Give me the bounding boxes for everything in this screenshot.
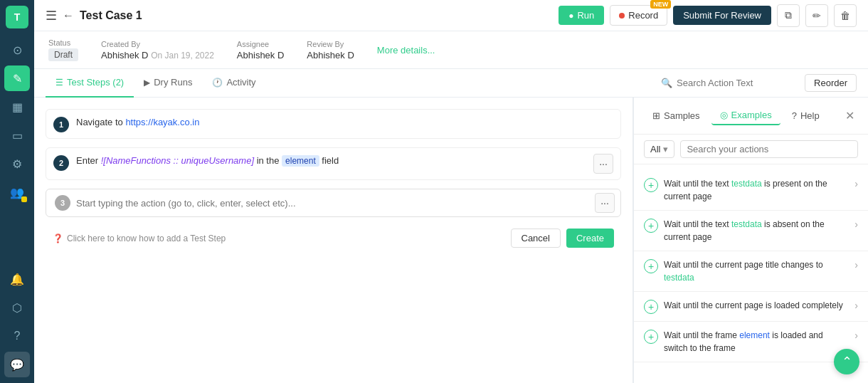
search-action-input[interactable] xyxy=(677,78,796,88)
delete-button[interactable]: 🗑 xyxy=(834,4,857,27)
sidebar: T ⊙ ✎ ▦ ▭ ⚙ 👥 🔔 ⬡ ? 💬 xyxy=(0,0,34,383)
run-button[interactable]: ● Run xyxy=(559,6,604,25)
action-item-text: Wait until the frame element is loaded a… xyxy=(664,329,849,355)
examples-icon: ◎ xyxy=(720,110,728,120)
action-item-text: Wait until the text testdata is present … xyxy=(664,177,849,203)
reorder-button[interactable]: Reorder xyxy=(805,74,857,92)
cancel-button[interactable]: Cancel xyxy=(511,229,561,248)
chevron-right-icon: › xyxy=(854,259,858,271)
search-your-actions-input[interactable] xyxy=(687,144,852,154)
filter-dropdown[interactable]: All ▾ xyxy=(644,140,674,158)
action-item[interactable]: + Wait until the current page title chan… xyxy=(634,251,868,292)
meta-row: Status Draft Created By Abhishek D On Ja… xyxy=(34,31,868,69)
clock-icon: 🕐 xyxy=(212,78,223,88)
step-number-3: 3 xyxy=(55,195,70,211)
right-panel: ⊞ Samples ◎ Examples ? Help ✕ All ▾ xyxy=(633,98,868,383)
record-badge: NEW xyxy=(650,0,671,9)
help-icon: ? xyxy=(14,330,21,342)
tab-dry-runs[interactable]: ▶ Dry Runs xyxy=(134,69,202,98)
help-link[interactable]: ❓ Click here to know how to add a Test S… xyxy=(53,234,226,243)
action-item-text: Wait until the current page is loaded co… xyxy=(664,299,849,312)
submit-for-review-button[interactable]: Submit For Review xyxy=(673,6,771,25)
tab-activity[interactable]: 🕐 Activity xyxy=(202,69,265,98)
step-2-function: ![NameFunctions :: uniqueUsername] xyxy=(101,155,254,166)
dashboard-icon: ⊙ xyxy=(13,43,22,57)
create-button[interactable]: Create xyxy=(566,229,614,248)
actions-list: + Wait until the text testdata is presen… xyxy=(634,164,868,383)
add-action-icon: + xyxy=(644,219,658,233)
chevron-right-icon: › xyxy=(854,300,858,311)
sidebar-item-team[interactable]: 👥 xyxy=(4,179,30,205)
filter-row: All ▾ xyxy=(634,135,868,164)
review-by-label: Review By xyxy=(307,40,354,48)
sidebar-item-notifications[interactable]: 🔔 xyxy=(4,266,30,292)
search-icon: 🔍 xyxy=(661,78,672,88)
chevron-right-icon: › xyxy=(854,330,858,341)
action-item-text: Wait until the text testdata is absent o… xyxy=(664,218,849,243)
step-input-container: 3 ··· xyxy=(46,189,621,217)
chevron-right-icon: › xyxy=(854,219,858,230)
menu-icon[interactable]: ☰ xyxy=(46,8,57,23)
action-item-text: Wait until the current page title change… xyxy=(664,258,849,284)
record-dot-icon xyxy=(619,13,625,19)
copy-button[interactable]: ⧉ xyxy=(777,4,800,27)
panel-tab-help[interactable]: ? Help xyxy=(783,107,828,125)
sidebar-item-integrations[interactable]: ⬡ xyxy=(4,295,30,320)
sidebar-item-edit[interactable]: ✎ xyxy=(4,65,30,91)
add-action-icon: + xyxy=(644,259,658,273)
step-3-more-button[interactable]: ··· xyxy=(595,193,615,213)
sidebar-item-settings[interactable]: ⚙ xyxy=(4,151,30,177)
steps-area: 1 Navigate to https://kayak.co.in 2 Ente… xyxy=(34,98,633,383)
tab-test-steps[interactable]: ☰ Test Steps (2) xyxy=(46,69,134,98)
created-by-label: Created By xyxy=(101,40,214,48)
more-details-link[interactable]: More details... xyxy=(377,45,435,56)
assignee-meta: Assignee Abhishek D xyxy=(237,40,284,61)
step-row: 2 Enter ![NameFunctions :: uniqueUsernam… xyxy=(46,147,621,180)
tabs-row: ☰ Test Steps (2) ▶ Dry Runs 🕐 Activity 🔍… xyxy=(34,69,868,98)
help-actions: Cancel Create xyxy=(511,229,615,248)
back-icon[interactable]: ← xyxy=(63,9,74,22)
gear-icon: ⚙ xyxy=(12,157,22,171)
topbar: ☰ ← Test Case 1 ● Run Record NEW Submit … xyxy=(34,0,868,31)
record-button[interactable]: Record NEW xyxy=(610,5,667,26)
step-1-url: https://kayak.co.in xyxy=(125,117,199,127)
action-item[interactable]: + Wait until the frame element is loaded… xyxy=(634,322,868,362)
sidebar-item-chat[interactable]: 💬 xyxy=(4,352,30,377)
sidebar-item-monitor[interactable]: ▭ xyxy=(4,122,30,148)
action-item[interactable]: + Wait until the text testdata is absent… xyxy=(634,211,868,251)
action-item[interactable]: + Wait until the text testdata is presen… xyxy=(634,170,868,211)
expand-icon: ⌃ xyxy=(842,354,852,369)
edit-icon: ✎ xyxy=(13,72,22,85)
action-item[interactable]: + Wait until the current page is loaded … xyxy=(634,292,868,322)
sidebar-item-projects[interactable]: ▦ xyxy=(4,94,30,120)
add-action-icon: + xyxy=(644,300,658,314)
grid-icon: ▦ xyxy=(12,100,23,114)
created-by-value: Abhishek D On Jan 19, 2022 xyxy=(101,50,214,61)
step-3-input[interactable] xyxy=(76,191,595,216)
main-content: ☰ ← Test Case 1 ● Run Record NEW Submit … xyxy=(34,0,868,383)
step-1-content: Navigate to https://kayak.co.in xyxy=(76,115,613,130)
sidebar-item-dashboard[interactable]: ⊙ xyxy=(4,37,30,63)
panel-close-button[interactable]: ✕ xyxy=(841,107,858,125)
help-row: ❓ Click here to know how to add a Test S… xyxy=(46,223,621,253)
panel-float-button[interactable]: ⌃ xyxy=(834,349,859,374)
add-action-icon: + xyxy=(644,330,658,344)
step-2-more-button[interactable]: ··· xyxy=(593,154,613,174)
body-split: 1 Navigate to https://kayak.co.in 2 Ente… xyxy=(34,98,868,383)
assignee-label: Assignee xyxy=(237,40,284,48)
app-logo: T xyxy=(6,6,28,28)
team-icon: 👥 xyxy=(10,186,24,199)
edit-button[interactable]: ✏ xyxy=(805,4,828,27)
copy-icon: ⧉ xyxy=(785,9,792,21)
bell-icon: 🔔 xyxy=(10,273,24,286)
panel-tab-examples[interactable]: ◎ Examples xyxy=(711,106,780,125)
sidebar-item-help[interactable]: ? xyxy=(4,323,30,349)
review-by-meta: Review By Abhishek D xyxy=(307,40,354,61)
step-number-1: 1 xyxy=(53,117,69,132)
status-label: Status xyxy=(48,38,78,47)
status-badge: Draft xyxy=(48,48,78,61)
page-title: Test Case 1 xyxy=(80,9,553,22)
panel-tab-samples[interactable]: ⊞ Samples xyxy=(644,107,709,125)
step-2-content: Enter ![NameFunctions :: uniqueUsername]… xyxy=(76,154,586,168)
samples-icon: ⊞ xyxy=(652,110,660,121)
